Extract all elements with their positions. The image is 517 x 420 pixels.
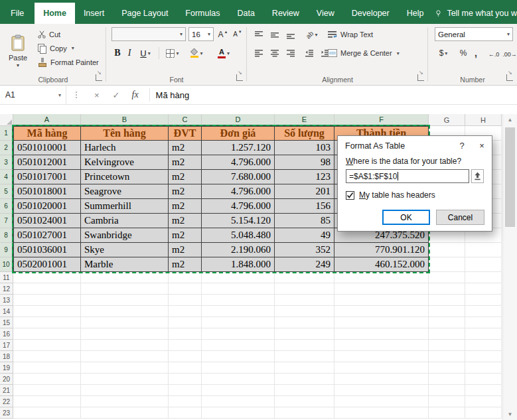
cell-A14[interactable] <box>13 306 81 317</box>
cell-A2[interactable]: 0501010001 <box>13 141 81 155</box>
cell-A3[interactable]: 0501012001 <box>13 155 81 170</box>
orientation-button[interactable]: ab <box>301 27 323 42</box>
copy-button[interactable]: Copy <box>36 41 101 55</box>
cell-E18[interactable] <box>275 351 334 362</box>
cell-F9[interactable]: 770.901.120 <box>334 243 429 257</box>
cell-E13[interactable] <box>275 295 334 306</box>
cell-H11[interactable] <box>465 272 502 283</box>
cell-G12[interactable] <box>429 283 465 295</box>
cell-A13[interactable] <box>13 295 81 306</box>
row-header-18[interactable]: 18 <box>0 351 13 362</box>
tab-file[interactable]: File <box>0 3 35 24</box>
row-header-6[interactable]: 6 <box>0 199 13 214</box>
cell-B3[interactable]: Kelvingrove <box>81 155 169 170</box>
cell-E22[interactable] <box>275 396 334 407</box>
underline-button[interactable]: U <box>136 46 155 60</box>
tab-review[interactable]: Review <box>263 3 308 24</box>
cell-D9[interactable]: 2.190.060 <box>202 243 275 257</box>
cell-E4[interactable]: 123 <box>275 170 334 184</box>
cell-E16[interactable] <box>275 328 334 340</box>
cell-A11[interactable] <box>13 272 81 283</box>
row-header-16[interactable]: 16 <box>0 328 13 340</box>
cancel-entry-button[interactable]: × <box>94 90 100 100</box>
cell-H22[interactable] <box>465 396 502 407</box>
row-header-3[interactable]: 3 <box>0 155 13 170</box>
cell-D18[interactable] <box>202 351 275 362</box>
cell-F19[interactable] <box>334 362 429 374</box>
percent-style-button[interactable]: % <box>457 46 469 60</box>
cell-A22[interactable] <box>13 396 81 407</box>
cell-H20[interactable] <box>465 374 502 385</box>
cell-H18[interactable] <box>465 351 502 362</box>
cell-B23[interactable] <box>81 407 169 419</box>
cell-D4[interactable]: 7.680.000 <box>202 170 275 184</box>
cell-E21[interactable] <box>275 385 334 396</box>
cell-H14[interactable] <box>465 306 502 317</box>
tab-view[interactable]: View <box>308 3 343 24</box>
cell-C16[interactable] <box>169 328 202 340</box>
row-header-15[interactable]: 15 <box>0 317 13 328</box>
cell-D22[interactable] <box>202 396 275 407</box>
cell-F13[interactable] <box>334 295 429 306</box>
column-header-d[interactable]: D <box>202 114 275 126</box>
row-header-4[interactable]: 4 <box>0 170 13 184</box>
cut-button[interactable]: Cut <box>36 27 101 41</box>
row-header-21[interactable]: 21 <box>0 385 13 396</box>
scrollbar-thumb[interactable] <box>505 127 515 227</box>
insert-function-button[interactable]: fx <box>132 90 139 100</box>
cell-H15[interactable] <box>465 317 502 328</box>
cell-B14[interactable] <box>81 306 169 317</box>
cell-C2[interactable]: m2 <box>169 141 202 155</box>
cell-B15[interactable] <box>81 317 169 328</box>
cell-A15[interactable] <box>13 317 81 328</box>
cell-F17[interactable] <box>334 340 429 351</box>
increase-decimal-button[interactable] <box>486 46 501 60</box>
font-dialog-launcher[interactable] <box>236 74 243 81</box>
cell-A8[interactable]: 0501027001 <box>13 228 81 243</box>
row-header-17[interactable]: 17 <box>0 340 13 351</box>
cell-C12[interactable] <box>169 283 202 295</box>
cell-G18[interactable] <box>429 351 465 362</box>
tab-help[interactable]: Help <box>398 3 433 24</box>
cell-A6[interactable]: 0501020001 <box>13 199 81 214</box>
row-header-11[interactable]: 11 <box>0 272 13 283</box>
tab-developer[interactable]: Developer <box>343 3 398 24</box>
cell-H21[interactable] <box>465 385 502 396</box>
cell-G14[interactable] <box>429 306 465 317</box>
align-top-button[interactable] <box>251 27 267 42</box>
cell-G10[interactable] <box>429 257 465 272</box>
column-header-g[interactable]: G <box>429 114 465 126</box>
cell-C10[interactable]: m2 <box>169 257 202 272</box>
cell-E10[interactable]: 249 <box>275 257 334 272</box>
cell-B2[interactable]: Harlech <box>81 141 169 155</box>
cell-E2[interactable]: 103 <box>275 141 334 155</box>
cell-H9[interactable] <box>465 243 502 257</box>
cell-C18[interactable] <box>169 351 202 362</box>
cell-E17[interactable] <box>275 340 334 351</box>
cell-H19[interactable] <box>465 362 502 374</box>
cell-B9[interactable]: Skye <box>81 243 169 257</box>
font-color-button[interactable]: A <box>214 46 234 60</box>
cell-H23[interactable] <box>465 407 502 419</box>
cell-C8[interactable]: m2 <box>169 228 202 243</box>
cell-A1[interactable]: Mã hàng <box>13 126 81 141</box>
cell-D6[interactable]: 4.796.000 <box>202 199 275 214</box>
row-header-13[interactable]: 13 <box>0 295 13 306</box>
tab-insert[interactable]: Insert <box>75 3 113 24</box>
shrink-font-button[interactable]: A <box>231 27 244 41</box>
row-header-23[interactable]: 23 <box>0 407 13 419</box>
cell-E6[interactable]: 156 <box>275 199 334 214</box>
scroll-down-icon[interactable] <box>503 411 517 417</box>
cell-B8[interactable]: Swanbridge <box>81 228 169 243</box>
cell-H10[interactable] <box>465 257 502 272</box>
cell-F11[interactable] <box>334 272 429 283</box>
cell-C9[interactable]: m2 <box>169 243 202 257</box>
cell-E8[interactable]: 49 <box>275 228 334 243</box>
tab-formulas[interactable]: Formulas <box>177 3 228 24</box>
row-header-14[interactable]: 14 <box>0 306 13 317</box>
row-header-12[interactable]: 12 <box>0 283 13 295</box>
cell-F15[interactable] <box>334 317 429 328</box>
cell-G23[interactable] <box>429 407 465 419</box>
cell-A17[interactable] <box>13 340 81 351</box>
cell-E20[interactable] <box>275 374 334 385</box>
